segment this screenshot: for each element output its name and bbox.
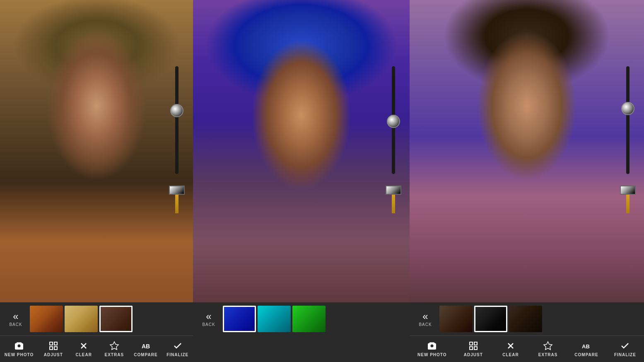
adjust-button-left[interactable]: ADJUST	[41, 339, 66, 359]
new-photo-label-left: NEW PHOTO	[5, 352, 34, 357]
slider-right[interactable]	[620, 66, 636, 213]
slider-track-right[interactable]	[626, 66, 630, 174]
toolbar-center: « BACK	[193, 302, 410, 362]
svg-marker-14	[544, 342, 552, 350]
action-toolbar-right: NEW PHOTO ADJUST CLEAR EXTRAS	[410, 335, 644, 362]
back-button-right[interactable]: « BACK	[413, 306, 438, 332]
svg-text:AB: AB	[142, 343, 150, 350]
compare-label-right: COMPARE	[574, 352, 598, 357]
back-button-center[interactable]: « BACK	[196, 306, 221, 332]
svg-rect-2	[50, 347, 53, 350]
swatch-blonde[interactable]	[65, 306, 98, 332]
extras-button-left[interactable]: EXTRAS	[102, 339, 127, 359]
swatch-dark2[interactable]	[509, 306, 542, 332]
finalize-label-left: FINALIZE	[166, 352, 188, 357]
swatch-brown[interactable]	[99, 306, 133, 332]
extras-icon-left	[109, 341, 119, 351]
svg-rect-10	[470, 347, 473, 350]
panel-center	[193, 0, 410, 302]
swatch-auburn[interactable]	[30, 306, 63, 332]
extras-label-left: EXTRAS	[105, 352, 124, 357]
photo-center	[193, 0, 410, 302]
swatch-green[interactable]	[292, 306, 326, 332]
compare-icon-left: AB	[141, 341, 151, 351]
panel-right	[410, 0, 644, 302]
clear-icon-right	[506, 341, 516, 351]
back-arrow-center: «	[206, 311, 211, 321]
svg-marker-6	[110, 342, 118, 350]
brush-left	[169, 186, 185, 213]
slider-center[interactable]	[386, 66, 401, 213]
back-label-left: BACK	[9, 322, 22, 327]
brush-square-center	[386, 186, 401, 195]
swatches-row-right: « BACK	[410, 302, 644, 335]
slider-thumb-right[interactable]	[621, 102, 634, 115]
svg-rect-1	[54, 342, 57, 345]
brush-handle-right	[626, 195, 630, 213]
brush-handle-center	[392, 195, 395, 213]
clear-label-left: CLEAR	[76, 352, 92, 357]
svg-text:AB: AB	[582, 343, 590, 350]
clear-icon-left	[79, 341, 89, 351]
extras-icon-right	[543, 341, 553, 351]
brush-handle-left	[175, 195, 178, 213]
new-photo-button-left[interactable]: NEW PHOTO	[3, 339, 35, 359]
finalize-icon-right	[620, 341, 630, 351]
compare-label-left: COMPARE	[134, 352, 157, 357]
adjust-button-right[interactable]: ADJUST	[461, 339, 486, 359]
back-arrow-right: «	[422, 311, 428, 321]
swatch-blue[interactable]	[223, 306, 256, 332]
adjust-icon-left	[48, 341, 58, 351]
clear-button-right[interactable]: CLEAR	[498, 339, 523, 359]
back-label-right: BACK	[419, 322, 432, 327]
finalize-button-left[interactable]: FINALIZE	[165, 339, 190, 359]
brush-center	[386, 186, 401, 213]
swatch-dark-brown[interactable]	[439, 306, 473, 332]
slider-thumb-center[interactable]	[387, 115, 400, 128]
finalize-icon-left	[173, 341, 183, 351]
swatch-black[interactable]	[474, 306, 507, 332]
slider-left[interactable]	[169, 66, 185, 213]
swatch-cyan[interactable]	[258, 306, 291, 332]
clear-label-right: CLEAR	[502, 352, 519, 357]
back-button-left[interactable]: « BACK	[3, 306, 28, 332]
adjust-label-left: ADJUST	[44, 352, 63, 357]
swatches-row-left: « BACK	[0, 302, 193, 335]
brush-square-left	[169, 186, 185, 195]
toolbar-right: « BACK NEW PHOTO ADJUST	[410, 302, 644, 362]
clear-button-left[interactable]: CLEAR	[71, 339, 96, 359]
action-toolbar-left: NEW PHOTO ADJUST CLEAR EXTRAS	[0, 335, 193, 362]
compare-button-left[interactable]: AB COMPARE	[132, 339, 159, 359]
svg-rect-8	[470, 342, 473, 345]
camera-icon-right	[427, 341, 437, 351]
slider-track-left[interactable]	[175, 66, 178, 174]
svg-rect-9	[474, 342, 477, 345]
svg-rect-0	[50, 342, 53, 345]
toolbar-left: « BACK NEW PHOTO ADJUST	[0, 302, 193, 362]
svg-rect-11	[474, 347, 477, 350]
camera-icon-left	[14, 341, 24, 351]
back-arrow-left: «	[13, 311, 18, 321]
compare-button-right[interactable]: AB COMPARE	[573, 339, 600, 359]
extras-button-right[interactable]: EXTRAS	[535, 339, 560, 359]
photo-right	[410, 0, 644, 302]
slider-thumb-left[interactable]	[170, 104, 183, 117]
brush-right	[620, 186, 636, 213]
slider-track-center[interactable]	[392, 66, 395, 174]
photo-left	[0, 0, 193, 302]
brush-square-right	[620, 186, 636, 195]
new-photo-label-right: NEW PHOTO	[417, 352, 446, 357]
svg-rect-3	[54, 347, 57, 350]
panel-left	[0, 0, 193, 302]
compare-icon-right: AB	[581, 341, 591, 351]
swatches-row-center: « BACK	[193, 302, 410, 335]
adjust-icon-right	[468, 341, 478, 351]
adjust-label-right: ADJUST	[464, 352, 483, 357]
extras-label-right: EXTRAS	[538, 352, 558, 357]
finalize-button-right[interactable]: FINALIZE	[613, 339, 638, 359]
finalize-label-right: FINALIZE	[614, 352, 636, 357]
back-label-center: BACK	[202, 322, 215, 327]
new-photo-button-right[interactable]: NEW PHOTO	[416, 339, 448, 359]
